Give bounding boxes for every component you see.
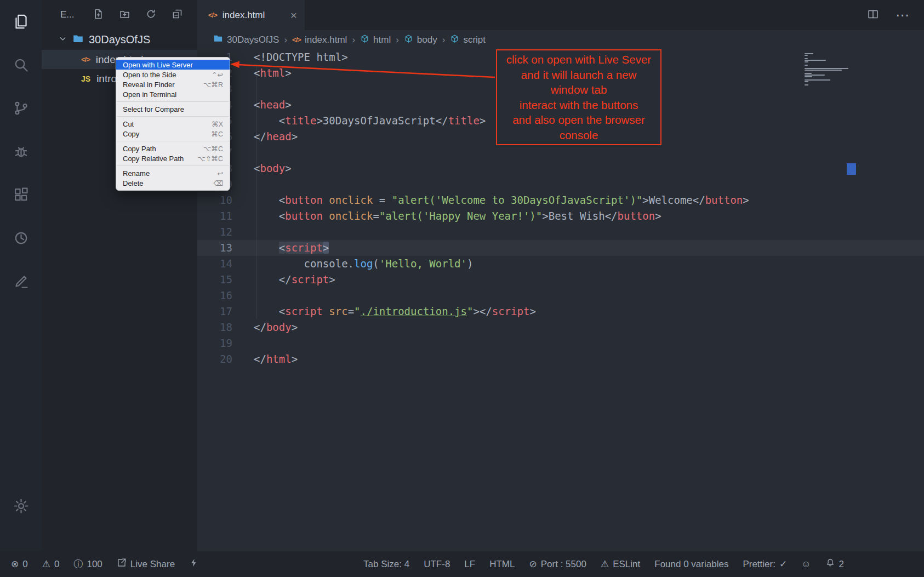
line-number[interactable]: 14 [197,256,232,272]
code-line[interactable]: 9 [197,176,924,192]
line-number[interactable]: 10 [197,192,232,208]
error-icon: ⊗ [11,558,19,570]
context-menu-item[interactable]: Rename↩ [116,168,230,178]
line-number[interactable]: 17 [197,304,232,319]
code-text [232,81,254,97]
breadcrumb-symbol-html[interactable]: html [360,34,391,46]
breadcrumb-folder[interactable]: 30DaysOfJS [213,33,279,46]
status-port[interactable]: ⊘ Port : 5500 [529,558,586,570]
context-menu-item[interactable]: Delete⌫ [116,178,230,188]
status-eol[interactable]: LF [464,559,475,570]
code-line[interactable]: 11 <button onclick="alert('Happy New Yea… [197,208,924,224]
line-number[interactable]: 15 [197,272,232,288]
status-bar: ⊗ 0 ⚠ 0 ⓘ 100 Live Share Tab Size: 4 UTF… [0,551,924,577]
line-number[interactable]: 12 [197,224,232,240]
breadcrumb-symbol-script[interactable]: script [450,34,486,46]
minimap-line [805,68,848,69]
line-number[interactable]: 16 [197,288,232,304]
status-info[interactable]: ⓘ 100 [73,558,102,570]
collapse-all-icon[interactable] [172,8,183,22]
minimap-line [805,79,830,81]
close-icon[interactable]: × [290,9,297,21]
status-notifications[interactable]: 2 [825,558,844,570]
context-menu-item[interactable]: Copy Relative Path⌥⇧⌘C [116,153,230,163]
code-line[interactable]: 8<body> [197,161,924,176]
code-line[interactable]: 7 [197,145,924,161]
status-language[interactable]: HTML [489,559,515,570]
line-number[interactable]: 13 [197,240,232,256]
chevron-down-icon [58,33,67,46]
gear-icon[interactable] [12,496,30,515]
code-line[interactable]: 13 <script> [197,240,924,256]
new-file-icon[interactable] [93,8,104,22]
code-text: console.log('Hello, World') [232,256,473,272]
breadcrumb-symbol-body[interactable]: body [404,34,437,46]
minimap-line [805,55,808,56]
status-eslint[interactable]: ⚠ ESLint [601,558,640,570]
code-line[interactable]: 20</html> [197,351,924,367]
status-errors[interactable]: ⊗ 0 [11,558,28,570]
clock-icon[interactable] [12,228,30,247]
info-count: 100 [87,559,102,570]
context-menu-item-label: Select for Compare [123,105,184,113]
minimap[interactable] [805,53,852,85]
status-live-share[interactable]: Live Share [117,558,175,570]
tree-root-folder[interactable]: 30DaysOfJS [42,30,197,50]
code-text [232,224,254,240]
code-line[interactable]: 19 [197,335,924,351]
status-prettier[interactable]: Prettier: ✓ [743,558,787,570]
code-line[interactable]: 10 <button onclick = "alert('Welcome to … [197,192,924,208]
annotation-box: click on open with Live Sever and it wil… [496,49,661,145]
line-number[interactable]: 19 [197,335,232,351]
context-menu-item-label: Reveal in Finder [123,81,175,89]
tab-label: index.html [223,10,265,21]
tab-index-html[interactable]: </> index.html × [197,0,305,30]
code-line[interactable]: 12 [197,224,924,240]
breadcrumb-separator: › [442,35,446,45]
context-menu-item-label: Cut [123,120,134,128]
status-tab-size[interactable]: Tab Size: 4 [363,559,409,570]
status-warnings[interactable]: ⚠ 0 [42,558,60,570]
code-line[interactable]: 17 <script src="./introduction.js"></scr… [197,304,924,319]
minimap-line [805,84,808,85]
code-line[interactable]: 16 [197,288,924,304]
tab-bar: </> index.html × ⋯ [197,0,924,30]
status-feedback[interactable]: ☺ [801,559,811,570]
pen-icon[interactable] [12,272,30,290]
context-menu-item[interactable]: Select for Compare [116,104,230,114]
status-variables[interactable]: Found 0 variables [654,559,728,570]
new-folder-icon[interactable] [119,8,130,22]
code-line[interactable]: 14 console.log('Hello, World') [197,256,924,272]
breadcrumb-file[interactable]: </> index.html [292,35,347,45]
code-line[interactable]: 18</body> [197,319,924,335]
minimap-line [805,60,826,61]
context-menu-item[interactable]: Copy Path⌥⌘C [116,144,230,153]
status-encoding[interactable]: UTF-8 [424,559,450,570]
context-menu-item-shortcut: ⌥⇧⌘C [198,155,223,163]
split-editor-icon[interactable] [867,8,879,22]
check-icon: ✓ [779,558,787,570]
more-actions-icon[interactable]: ⋯ [896,7,910,23]
code-text: <!DOCTYPE html> [232,49,348,65]
context-menu-item[interactable]: Copy⌘C [116,129,230,139]
warning-icon: ⚠ [42,558,50,570]
context-menu-item[interactable]: Reveal in Finder⌥⌘R [116,79,230,89]
code-text: <html> [232,65,292,81]
status-lightning[interactable] [189,558,199,570]
line-number[interactable]: 18 [197,319,232,335]
explorer-icon[interactable] [12,12,30,31]
line-number[interactable]: 11 [197,208,232,224]
extensions-icon[interactable] [12,185,30,204]
code-line[interactable]: 15 </script> [197,272,924,288]
circle-slash-icon: ⊘ [529,558,537,570]
context-menu: Open with Live ServerOpen to the Side⌃↩R… [116,57,230,191]
debug-icon[interactable] [12,142,30,161]
context-menu-item[interactable]: Open in Terminal [116,89,230,99]
context-menu-item[interactable]: Open to the Side⌃↩ [116,70,230,79]
context-menu-item[interactable]: Cut⌘X [116,119,230,129]
context-menu-item[interactable]: Open with Live Server [116,60,230,70]
source-control-icon[interactable] [12,99,30,117]
refresh-icon[interactable] [145,8,157,22]
search-icon[interactable] [12,55,30,74]
line-number[interactable]: 20 [197,351,232,367]
